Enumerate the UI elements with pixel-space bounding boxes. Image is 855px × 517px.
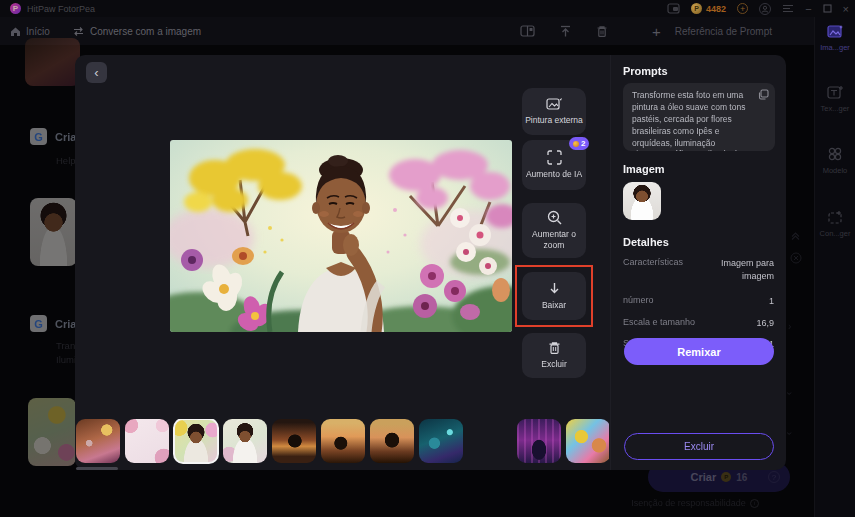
- remix-button[interactable]: Remixar: [624, 338, 774, 365]
- create-button-label: Criar: [691, 471, 717, 483]
- thumbnail[interactable]: [223, 419, 267, 463]
- action-label: Aumento de IA: [523, 169, 585, 180]
- chat-image-thumbnail[interactable]: [28, 398, 76, 466]
- detail-label: número: [623, 295, 654, 308]
- create-cost: 16: [736, 472, 747, 483]
- thumbnail[interactable]: [566, 419, 609, 463]
- zoom-in-icon: [547, 210, 562, 225]
- back-button[interactable]: ‹: [86, 62, 107, 83]
- image-heading: Imagem: [623, 163, 774, 175]
- detail-row: Escala e tamanho 16,9: [623, 317, 774, 330]
- prompts-heading: Prompts: [623, 65, 774, 77]
- chat-image-thumbnail[interactable]: [30, 198, 77, 266]
- trash-icon: [548, 341, 561, 355]
- help-icon[interactable]: ?: [768, 471, 780, 483]
- outpaint-icon: [546, 97, 563, 111]
- detail-row: Características Imagem para imagem: [623, 257, 774, 282]
- annotation-highlight-box: [515, 265, 593, 327]
- thumbnail[interactable]: [76, 419, 120, 463]
- badge-count: 2: [581, 139, 585, 148]
- action-label: Excluir: [538, 359, 570, 370]
- thumbnail-selected[interactable]: [174, 419, 218, 463]
- chat-image-thumbnail[interactable]: [25, 38, 80, 86]
- ai-upscale-badge: 2: [569, 137, 589, 150]
- delete-button[interactable]: Excluir: [522, 333, 586, 378]
- outpaint-button[interactable]: Pintura externa: [522, 88, 586, 135]
- thumbnail[interactable]: [125, 419, 169, 463]
- detail-row: número 1: [623, 295, 774, 308]
- chevron-right-icon[interactable]: ›: [788, 321, 791, 332]
- close-circle-icon[interactable]: [790, 252, 802, 264]
- detail-value: 1: [769, 295, 774, 308]
- google-g-icon: G: [30, 315, 47, 332]
- google-g-icon: G: [30, 128, 47, 145]
- detail-value: 16,9: [756, 317, 774, 330]
- thumbnail[interactable]: [272, 419, 316, 463]
- details-heading: Detalhes: [623, 236, 774, 248]
- coin-icon: P: [721, 472, 731, 482]
- prompt-text: Transforme esta foto em uma pintura a ól…: [632, 90, 753, 151]
- detail-label: Características: [623, 257, 683, 282]
- action-label: Pintura externa: [522, 115, 586, 126]
- copy-icon[interactable]: [758, 89, 769, 100]
- ai-upscale-icon: [547, 150, 562, 165]
- thumbnail-strip: [76, 419, 609, 465]
- zoom-in-button[interactable]: Aumentar o zoom: [522, 203, 586, 258]
- delete-outline-button[interactable]: Excluir: [624, 433, 774, 460]
- action-label: Aumentar o zoom: [522, 229, 586, 250]
- scroll-top-icon[interactable]: [790, 230, 801, 241]
- info-icon[interactable]: i: [750, 499, 759, 508]
- thumbnail[interactable]: [370, 419, 414, 463]
- thumbnail[interactable]: [468, 419, 512, 463]
- thumbnail[interactable]: [419, 419, 463, 463]
- thumbnail[interactable]: [517, 419, 561, 463]
- disclaimer-text: Isenção de responsabilidade: [631, 498, 746, 508]
- generated-image-preview: [170, 140, 512, 332]
- coin-dot-icon: [573, 141, 579, 147]
- detail-label: Escala e tamanho: [623, 317, 695, 330]
- app-window: P HitPaw FotorPea P 4482 + − ×: [0, 0, 855, 517]
- source-image-thumbnail[interactable]: [623, 182, 661, 220]
- image-detail-modal: ‹: [75, 55, 786, 470]
- detail-value: Imagem para imagem: [696, 257, 774, 282]
- strip-scrollbar[interactable]: [76, 467, 118, 470]
- thumbnail[interactable]: [321, 419, 365, 463]
- detail-panel: Prompts Transforme esta foto em uma pint…: [610, 55, 786, 470]
- disclaimer: Isenção de responsabilidade i: [600, 498, 790, 508]
- prompt-text-box[interactable]: Transforme esta foto em uma pintura a ól…: [623, 83, 775, 151]
